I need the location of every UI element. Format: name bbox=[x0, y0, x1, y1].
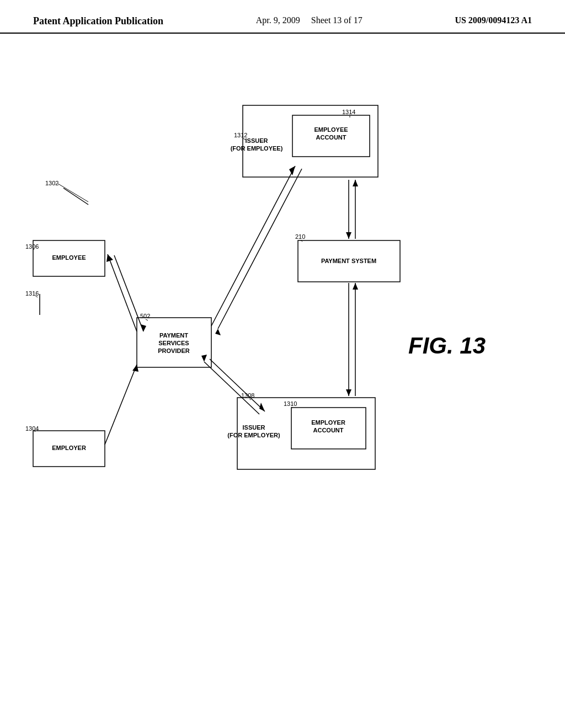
payment-system-label: PAYMENT SYSTEM bbox=[321, 258, 376, 264]
issuer-employee-label2: (FOR EMPLOYEE) bbox=[231, 145, 283, 152]
diagram-area: ISSUER (FOR EMPLOYEE) EMPLOYEE ACCOUNT P… bbox=[0, 34, 565, 695]
ref-502: 502 bbox=[140, 313, 150, 319]
ref-1308: 1308 bbox=[241, 392, 254, 399]
arrow-employee-psp1 bbox=[114, 255, 143, 331]
arrow-psys-issuer-emp-down-head bbox=[346, 389, 351, 396]
sheet-info: Sheet 13 of 17 bbox=[311, 15, 363, 25]
arrow-issuer-psys-down-head bbox=[346, 232, 351, 239]
employee-account-label2: ACCOUNT bbox=[316, 134, 347, 141]
ref-1304: 1304 bbox=[25, 425, 39, 432]
ref-1306: 1306 bbox=[25, 243, 39, 250]
arrow-issuer-emp-psys-up-head bbox=[353, 283, 358, 290]
ref-1314: 1314 bbox=[342, 109, 355, 115]
ref-1302-line bbox=[58, 184, 88, 202]
arrow-employer-psp bbox=[105, 365, 137, 445]
ref-line-1302 bbox=[63, 188, 88, 205]
publication-label: Patent Application Publication bbox=[33, 15, 163, 27]
ref-210: 210 bbox=[295, 233, 305, 240]
issuer-employer-label: ISSUER bbox=[243, 424, 265, 431]
issuer-employer-label2: (FOR EMPLOYER) bbox=[227, 432, 280, 438]
ref-1310: 1310 bbox=[284, 400, 297, 407]
arrow-psp-issuer-emp-diag bbox=[211, 166, 295, 326]
ref-1302: 1302 bbox=[45, 180, 58, 186]
arrow-issuer-emp-psp-diag bbox=[218, 169, 302, 329]
arrow-psys-issuer-up-head bbox=[353, 180, 358, 186]
arrow-psp-employee1 bbox=[108, 254, 137, 331]
employee-account-label: EMPLOYEE bbox=[314, 126, 348, 133]
ref-1316: 1316 bbox=[25, 290, 39, 297]
patent-diagram: ISSUER (FOR EMPLOYEE) EMPLOYEE ACCOUNT P… bbox=[0, 34, 565, 695]
publication-date: Apr. 9, 2009 bbox=[256, 15, 300, 25]
employer-account-label: EMPLOYER bbox=[311, 419, 345, 426]
date-sheet: Apr. 9, 2009 Sheet 13 of 17 bbox=[256, 15, 363, 25]
psp-label2: SERVICES bbox=[158, 340, 189, 346]
arrow-issuer-emp-psp-diag-head bbox=[215, 329, 221, 335]
psp-label: PAYMENT bbox=[159, 332, 188, 339]
fig-label: FIG. 13 bbox=[408, 333, 486, 358]
issuer-employee-label: ISSUER bbox=[246, 137, 268, 144]
arrow-psp-employee1-head bbox=[106, 254, 113, 262]
employer-account-label2: ACCOUNT bbox=[313, 427, 344, 433]
patent-number: US 2009/0094123 A1 bbox=[455, 15, 532, 25]
employer-label: EMPLOYER bbox=[52, 445, 86, 451]
page-header: Patent Application Publication Apr. 9, 2… bbox=[0, 0, 565, 34]
employee-label: EMPLOYEE bbox=[52, 254, 86, 261]
ref-1312: 1312 bbox=[234, 132, 247, 138]
psp-label3: PROVIDER bbox=[158, 347, 190, 354]
arrow-issuer-employer-psp1 bbox=[204, 362, 259, 414]
